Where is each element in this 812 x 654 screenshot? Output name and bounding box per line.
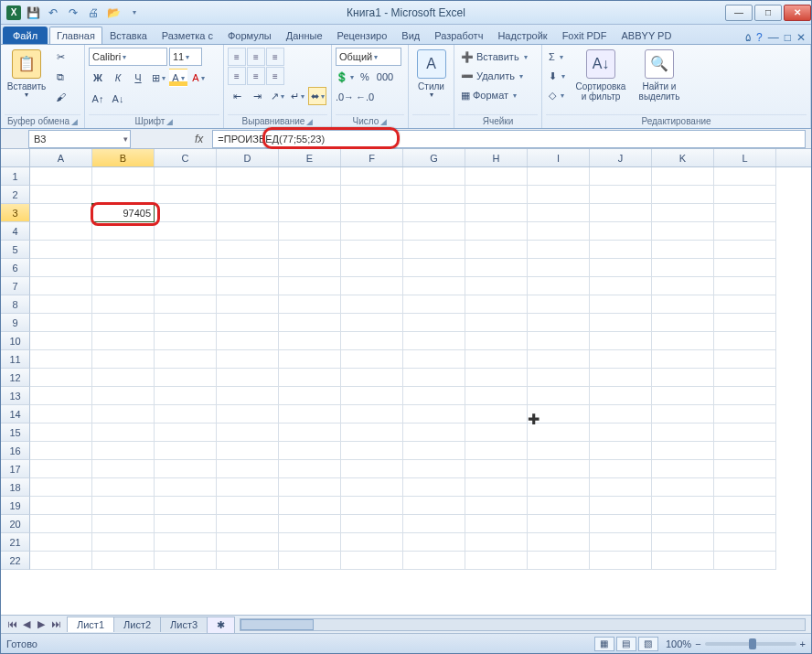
cell-F12[interactable] (341, 369, 403, 387)
row-header-5[interactable]: 5 (1, 241, 30, 259)
cell-F2[interactable] (341, 186, 403, 204)
cell-C6[interactable] (155, 259, 217, 277)
close-button[interactable]: ✕ (784, 5, 811, 21)
cell-H15[interactable] (465, 423, 528, 442)
clear-button[interactable]: ◇ (546, 86, 568, 104)
cell-A5[interactable] (30, 241, 92, 259)
cell-A17[interactable] (30, 460, 92, 478)
tab-developer[interactable]: Разработч (427, 27, 490, 44)
column-header-L[interactable]: L (714, 149, 776, 166)
cell-J4[interactable] (590, 222, 652, 241)
cell-L10[interactable] (714, 332, 776, 350)
align-middle-icon[interactable]: ≡ (247, 48, 265, 66)
cell-E14[interactable] (279, 405, 341, 423)
cell-B12[interactable] (92, 369, 155, 387)
qat-open-icon[interactable]: 📂 (105, 5, 122, 21)
cell-D20[interactable] (217, 515, 279, 533)
zoom-slider[interactable] (705, 642, 796, 646)
cell-J7[interactable] (590, 277, 652, 295)
cell-I6[interactable] (528, 259, 590, 277)
row-header-15[interactable]: 15 (1, 423, 30, 442)
help-icon[interactable]: ? (756, 31, 763, 44)
cell-A14[interactable] (30, 405, 92, 423)
cell-J20[interactable] (590, 515, 652, 533)
ribbon-minimize-icon[interactable]: ۵ (745, 31, 751, 44)
delete-cells-button[interactable]: ➖Удалить (458, 67, 526, 85)
cell-C17[interactable] (155, 460, 217, 478)
row-header-20[interactable]: 20 (1, 515, 30, 533)
cell-A21[interactable] (30, 533, 92, 552)
cell-J13[interactable] (590, 387, 652, 405)
wrap-text-icon[interactable]: ↵ (288, 87, 306, 105)
cell-C20[interactable] (155, 515, 217, 533)
cell-A8[interactable] (30, 295, 92, 314)
cell-D5[interactable] (217, 241, 279, 259)
cell-F7[interactable] (341, 277, 403, 295)
cell-E8[interactable] (279, 295, 341, 314)
copy-icon[interactable]: ⧉ (51, 68, 69, 86)
row-header-4[interactable]: 4 (1, 222, 30, 241)
cell-K21[interactable] (652, 533, 714, 552)
increase-font-icon[interactable]: A↑ (89, 90, 107, 108)
view-normal-icon[interactable]: ▦ (594, 637, 614, 651)
cell-D13[interactable] (217, 387, 279, 405)
sheet-first-icon[interactable]: ⏮ (5, 618, 19, 630)
decrease-decimal-icon[interactable]: ←.0 (356, 88, 374, 106)
italic-button[interactable]: К (109, 69, 127, 87)
cell-I4[interactable] (528, 222, 590, 241)
cell-B8[interactable] (92, 295, 155, 314)
doc-close-icon[interactable]: ✕ (796, 31, 806, 44)
tab-home[interactable]: Главная (49, 27, 102, 44)
column-header-A[interactable]: A (30, 149, 92, 166)
cell-E12[interactable] (279, 369, 341, 387)
cell-A6[interactable] (30, 259, 92, 277)
cell-E13[interactable] (279, 387, 341, 405)
cell-K19[interactable] (652, 497, 714, 515)
cell-J22[interactable] (590, 552, 652, 570)
cell-F10[interactable] (341, 332, 403, 350)
cell-B14[interactable] (92, 405, 155, 423)
cell-F5[interactable] (341, 241, 403, 259)
font-launcher-icon[interactable]: ◢ (166, 117, 173, 126)
cell-B11[interactable] (92, 350, 155, 369)
cell-C9[interactable] (155, 314, 217, 332)
cell-G12[interactable] (403, 369, 465, 387)
cell-G21[interactable] (403, 533, 465, 552)
cell-A15[interactable] (30, 423, 92, 442)
cell-G15[interactable] (403, 423, 465, 442)
border-button[interactable]: ⊞ (149, 69, 167, 87)
cell-I3[interactable] (528, 204, 590, 222)
align-right-icon[interactable]: ≡ (266, 67, 284, 85)
cell-I22[interactable] (528, 552, 590, 570)
cell-B20[interactable] (92, 515, 155, 533)
cell-H11[interactable] (465, 350, 528, 369)
cell-L13[interactable] (714, 387, 776, 405)
cell-F9[interactable] (341, 314, 403, 332)
number-launcher-icon[interactable]: ◢ (380, 117, 387, 126)
cell-E9[interactable] (279, 314, 341, 332)
tab-abbyy[interactable]: ABBYY PD (614, 27, 679, 44)
cell-F6[interactable] (341, 259, 403, 277)
row-header-1[interactable]: 1 (1, 167, 30, 186)
cell-H9[interactable] (465, 314, 528, 332)
cell-G11[interactable] (403, 350, 465, 369)
row-header-21[interactable]: 21 (1, 533, 30, 552)
cell-C8[interactable] (155, 295, 217, 314)
name-box[interactable]: B3 ▾ (28, 130, 131, 148)
cell-L8[interactable] (714, 295, 776, 314)
cell-F21[interactable] (341, 533, 403, 552)
cell-E1[interactable] (279, 167, 341, 186)
cell-K22[interactable] (652, 552, 714, 570)
cell-L7[interactable] (714, 277, 776, 295)
cell-G19[interactable] (403, 497, 465, 515)
cell-E16[interactable] (279, 442, 341, 460)
cell-B13[interactable] (92, 387, 155, 405)
cell-D22[interactable] (217, 552, 279, 570)
row-header-8[interactable]: 8 (1, 295, 30, 314)
cell-L3[interactable] (714, 204, 776, 222)
cell-E2[interactable] (279, 186, 341, 204)
cell-C7[interactable] (155, 277, 217, 295)
cell-H4[interactable] (465, 222, 528, 241)
cell-D17[interactable] (217, 460, 279, 478)
cell-I12[interactable] (528, 369, 590, 387)
